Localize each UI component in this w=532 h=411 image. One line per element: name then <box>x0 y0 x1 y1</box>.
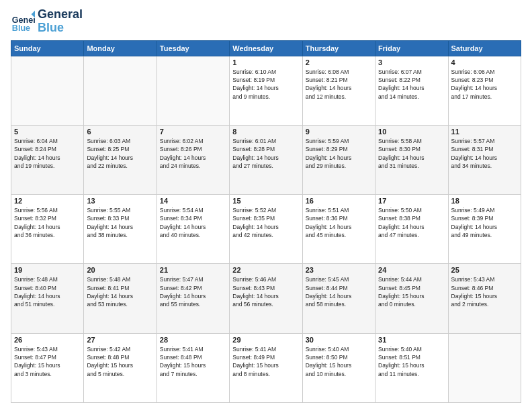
svg-text:Blue: Blue <box>12 24 30 33</box>
day-info: Sunrise: 5:41 AM Sunset: 8:49 PM Dayligh… <box>232 345 299 378</box>
day-number: 13 <box>87 197 153 205</box>
calendar-cell: 16Sunrise: 5:51 AM Sunset: 8:36 PM Dayli… <box>302 195 375 264</box>
calendar-cell: 17Sunrise: 5:50 AM Sunset: 8:38 PM Dayli… <box>375 195 448 264</box>
weekday-header-sunday: Sunday <box>11 40 84 56</box>
day-number: 8 <box>232 128 299 136</box>
day-info: Sunrise: 6:08 AM Sunset: 8:21 PM Dayligh… <box>306 68 372 101</box>
weekday-header-thursday: Thursday <box>302 40 375 56</box>
calendar-cell: 5Sunrise: 6:04 AM Sunset: 8:24 PM Daylig… <box>11 125 84 194</box>
day-info: Sunrise: 6:07 AM Sunset: 8:22 PM Dayligh… <box>378 68 445 101</box>
week-row-2: 12Sunrise: 5:56 AM Sunset: 8:32 PM Dayli… <box>11 195 521 264</box>
calendar-cell: 21Sunrise: 5:47 AM Sunset: 8:42 PM Dayli… <box>157 264 229 333</box>
day-info: Sunrise: 6:02 AM Sunset: 8:26 PM Dayligh… <box>160 137 226 170</box>
week-row-4: 26Sunrise: 5:43 AM Sunset: 8:47 PM Dayli… <box>11 333 521 402</box>
calendar-cell: 31Sunrise: 5:40 AM Sunset: 8:51 PM Dayli… <box>375 333 448 402</box>
day-number: 14 <box>160 197 226 205</box>
calendar-cell: 26Sunrise: 5:43 AM Sunset: 8:47 PM Dayli… <box>11 333 84 402</box>
day-number: 24 <box>378 266 445 274</box>
day-info: Sunrise: 5:40 AM Sunset: 8:50 PM Dayligh… <box>306 345 372 378</box>
day-number: 4 <box>451 58 518 66</box>
logo-icon: General Blue <box>11 9 35 34</box>
day-number: 6 <box>87 128 153 136</box>
day-info: Sunrise: 6:04 AM Sunset: 8:24 PM Dayligh… <box>14 137 81 170</box>
day-number: 17 <box>378 197 445 205</box>
calendar-table: SundayMondayTuesdayWednesdayThursdayFrid… <box>11 40 521 403</box>
week-row-3: 19Sunrise: 5:48 AM Sunset: 8:40 PM Dayli… <box>11 264 521 333</box>
calendar-cell: 28Sunrise: 5:41 AM Sunset: 8:48 PM Dayli… <box>157 333 229 402</box>
calendar-cell: 10Sunrise: 5:58 AM Sunset: 8:30 PM Dayli… <box>375 125 448 194</box>
calendar-cell: 4Sunrise: 6:06 AM Sunset: 8:23 PM Daylig… <box>448 56 521 125</box>
calendar-cell: 6Sunrise: 6:03 AM Sunset: 8:25 PM Daylig… <box>84 125 157 194</box>
day-number: 21 <box>160 266 226 274</box>
logo-text-general: General <box>38 8 83 21</box>
calendar-cell: 22Sunrise: 5:46 AM Sunset: 8:43 PM Dayli… <box>230 264 302 333</box>
week-row-0: 1Sunrise: 6:10 AM Sunset: 8:19 PM Daylig… <box>11 56 521 125</box>
calendar-cell: 18Sunrise: 5:49 AM Sunset: 8:39 PM Dayli… <box>448 195 521 264</box>
calendar-cell: 29Sunrise: 5:41 AM Sunset: 8:49 PM Dayli… <box>230 333 302 402</box>
day-number: 16 <box>306 197 372 205</box>
day-number: 25 <box>451 266 518 274</box>
day-number: 9 <box>306 128 372 136</box>
day-number: 27 <box>87 336 153 344</box>
calendar-cell <box>84 56 157 125</box>
day-info: Sunrise: 5:54 AM Sunset: 8:34 PM Dayligh… <box>160 206 226 239</box>
weekday-header-row: SundayMondayTuesdayWednesdayThursdayFrid… <box>11 40 521 56</box>
calendar-cell: 8Sunrise: 6:01 AM Sunset: 8:28 PM Daylig… <box>230 125 302 194</box>
week-row-1: 5Sunrise: 6:04 AM Sunset: 8:24 PM Daylig… <box>11 125 521 194</box>
day-info: Sunrise: 5:55 AM Sunset: 8:33 PM Dayligh… <box>87 206 153 239</box>
day-info: Sunrise: 5:48 AM Sunset: 8:40 PM Dayligh… <box>14 275 81 308</box>
weekday-header-wednesday: Wednesday <box>230 40 302 56</box>
day-number: 30 <box>306 336 372 344</box>
day-number: 15 <box>232 197 299 205</box>
calendar-cell: 19Sunrise: 5:48 AM Sunset: 8:40 PM Dayli… <box>11 264 84 333</box>
logo-text-blue: Blue <box>38 21 83 35</box>
day-info: Sunrise: 5:48 AM Sunset: 8:41 PM Dayligh… <box>87 275 153 308</box>
day-number: 12 <box>14 197 81 205</box>
calendar-cell <box>157 56 229 125</box>
day-info: Sunrise: 5:57 AM Sunset: 8:31 PM Dayligh… <box>451 137 518 170</box>
day-number: 1 <box>232 58 299 66</box>
day-info: Sunrise: 5:40 AM Sunset: 8:51 PM Dayligh… <box>378 345 445 378</box>
weekday-header-friday: Friday <box>375 40 448 56</box>
logo: General Blue General Blue <box>11 8 83 35</box>
calendar-cell: 20Sunrise: 5:48 AM Sunset: 8:41 PM Dayli… <box>84 264 157 333</box>
calendar-cell: 23Sunrise: 5:45 AM Sunset: 8:44 PM Dayli… <box>302 264 375 333</box>
day-info: Sunrise: 5:41 AM Sunset: 8:48 PM Dayligh… <box>160 345 226 378</box>
day-number: 3 <box>378 58 445 66</box>
day-number: 18 <box>451 197 518 205</box>
calendar-cell: 1Sunrise: 6:10 AM Sunset: 8:19 PM Daylig… <box>230 56 302 125</box>
weekday-header-tuesday: Tuesday <box>157 40 229 56</box>
day-number: 2 <box>306 58 372 66</box>
day-info: Sunrise: 5:43 AM Sunset: 8:46 PM Dayligh… <box>451 275 518 308</box>
day-info: Sunrise: 5:59 AM Sunset: 8:29 PM Dayligh… <box>306 137 372 170</box>
day-info: Sunrise: 5:50 AM Sunset: 8:38 PM Dayligh… <box>378 206 445 239</box>
day-info: Sunrise: 5:56 AM Sunset: 8:32 PM Dayligh… <box>14 206 81 239</box>
calendar-cell: 9Sunrise: 5:59 AM Sunset: 8:29 PM Daylig… <box>302 125 375 194</box>
day-number: 7 <box>160 128 226 136</box>
day-info: Sunrise: 5:42 AM Sunset: 8:48 PM Dayligh… <box>87 345 153 378</box>
calendar-cell: 15Sunrise: 5:52 AM Sunset: 8:35 PM Dayli… <box>230 195 302 264</box>
day-number: 28 <box>160 336 226 344</box>
calendar-cell: 7Sunrise: 6:02 AM Sunset: 8:26 PM Daylig… <box>157 125 229 194</box>
calendar-cell: 13Sunrise: 5:55 AM Sunset: 8:33 PM Dayli… <box>84 195 157 264</box>
day-info: Sunrise: 5:43 AM Sunset: 8:47 PM Dayligh… <box>14 345 81 378</box>
calendar-cell: 11Sunrise: 5:57 AM Sunset: 8:31 PM Dayli… <box>448 125 521 194</box>
calendar-cell: 24Sunrise: 5:44 AM Sunset: 8:45 PM Dayli… <box>375 264 448 333</box>
day-number: 23 <box>306 266 372 274</box>
day-info: Sunrise: 6:06 AM Sunset: 8:23 PM Dayligh… <box>451 68 518 101</box>
day-info: Sunrise: 6:01 AM Sunset: 8:28 PM Dayligh… <box>232 137 299 170</box>
day-info: Sunrise: 5:52 AM Sunset: 8:35 PM Dayligh… <box>232 206 299 239</box>
calendar-cell <box>11 56 84 125</box>
day-number: 5 <box>14 128 81 136</box>
day-info: Sunrise: 6:10 AM Sunset: 8:19 PM Dayligh… <box>232 68 299 101</box>
calendar-cell: 14Sunrise: 5:54 AM Sunset: 8:34 PM Dayli… <box>157 195 229 264</box>
day-number: 10 <box>378 128 445 136</box>
day-info: Sunrise: 6:03 AM Sunset: 8:25 PM Dayligh… <box>87 137 153 170</box>
day-info: Sunrise: 5:47 AM Sunset: 8:42 PM Dayligh… <box>160 275 226 308</box>
day-info: Sunrise: 5:44 AM Sunset: 8:45 PM Dayligh… <box>378 275 445 308</box>
day-info: Sunrise: 5:58 AM Sunset: 8:30 PM Dayligh… <box>378 137 445 170</box>
calendar-cell: 3Sunrise: 6:07 AM Sunset: 8:22 PM Daylig… <box>375 56 448 125</box>
weekday-header-saturday: Saturday <box>448 40 521 56</box>
day-number: 11 <box>451 128 518 136</box>
day-info: Sunrise: 5:49 AM Sunset: 8:39 PM Dayligh… <box>451 206 518 239</box>
